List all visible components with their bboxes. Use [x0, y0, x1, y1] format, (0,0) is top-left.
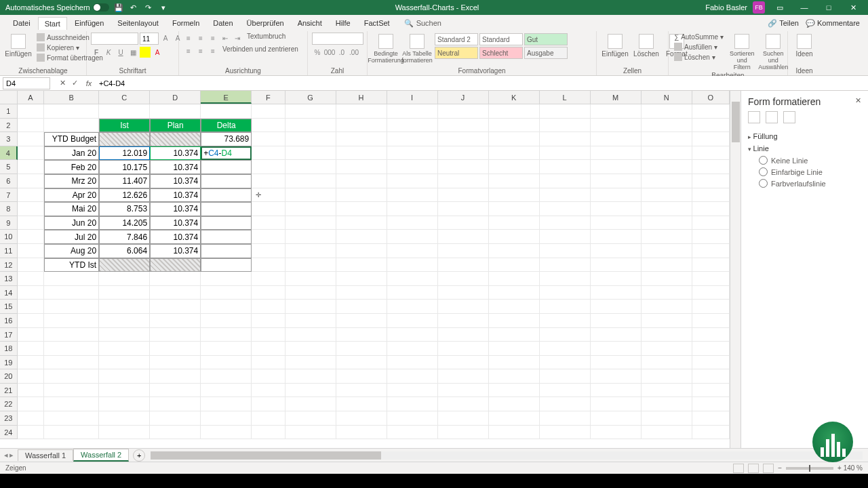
- sheet-nav-prev-icon[interactable]: ◂: [4, 451, 8, 460]
- cell[interactable]: [150, 397, 201, 411]
- cell[interactable]: [438, 384, 489, 398]
- cell[interactable]: Mai 20: [44, 202, 99, 216]
- cell[interactable]: [252, 272, 285, 286]
- zoom-out-icon[interactable]: −: [778, 464, 782, 472]
- style-neutral[interactable]: Neutral: [435, 47, 478, 59]
- cell[interactable]: [489, 202, 540, 216]
- cell[interactable]: [150, 356, 201, 370]
- cell[interactable]: [642, 342, 692, 356]
- cell[interactable]: [18, 132, 45, 146]
- cell[interactable]: [540, 411, 591, 426]
- cell[interactable]: [252, 369, 285, 384]
- sort-filter[interactable]: Sortieren und Filtern: [728, 33, 756, 72]
- row-header[interactable]: 6: [0, 174, 18, 188]
- cell[interactable]: [201, 384, 252, 398]
- cell[interactable]: [591, 160, 642, 174]
- cell[interactable]: [201, 342, 252, 356]
- cell[interactable]: [642, 314, 692, 328]
- zoom-slider[interactable]: [786, 467, 833, 470]
- col-I[interactable]: I: [387, 91, 438, 104]
- comments-button[interactable]: 💬 Kommentare: [806, 19, 860, 28]
- cell[interactable]: [150, 132, 201, 146]
- cell[interactable]: [438, 216, 489, 230]
- row-header[interactable]: 14: [0, 286, 18, 300]
- cell[interactable]: [252, 146, 285, 161]
- tab-ueberpruefen[interactable]: Überprüfen: [241, 17, 290, 29]
- cell[interactable]: [201, 230, 252, 244]
- cell[interactable]: [387, 174, 438, 188]
- cell[interactable]: Plan: [150, 119, 201, 133]
- view-layout-icon[interactable]: [748, 464, 759, 473]
- fill-down[interactable]: Ausfüllen ▾: [673, 42, 725, 52]
- cell[interactable]: [44, 397, 99, 411]
- cell[interactable]: [438, 328, 489, 342]
- cell[interactable]: [692, 119, 730, 133]
- cell[interactable]: [150, 369, 201, 384]
- style-standard2[interactable]: Standard 2: [435, 33, 478, 45]
- cell[interactable]: [18, 272, 45, 286]
- cell[interactable]: [489, 272, 540, 286]
- cell[interactable]: [336, 369, 387, 384]
- cell[interactable]: [336, 411, 387, 426]
- cell[interactable]: [489, 230, 540, 244]
- fx-icon[interactable]: fx: [83, 77, 95, 89]
- cell[interactable]: [489, 356, 540, 370]
- row-header[interactable]: 17: [0, 328, 18, 342]
- cell[interactable]: [150, 342, 201, 356]
- cell[interactable]: [150, 328, 201, 342]
- cell[interactable]: 11.407: [99, 174, 150, 188]
- find-select[interactable]: Suchen und Auswählen: [759, 33, 787, 72]
- cell[interactable]: [692, 384, 730, 398]
- cell[interactable]: [99, 314, 150, 328]
- row-header[interactable]: 2: [0, 119, 18, 133]
- cell[interactable]: [692, 146, 730, 161]
- col-K[interactable]: K: [489, 91, 540, 104]
- cell[interactable]: [18, 286, 45, 300]
- row-header[interactable]: 22: [0, 397, 18, 411]
- cell[interactable]: [642, 258, 692, 272]
- cell[interactable]: [201, 258, 252, 272]
- row-header[interactable]: 24: [0, 426, 18, 440]
- cell[interactable]: [692, 272, 730, 286]
- cell[interactable]: [540, 328, 591, 342]
- cell[interactable]: [692, 174, 730, 188]
- cell[interactable]: [591, 411, 642, 426]
- cell[interactable]: [387, 384, 438, 398]
- formula-input[interactable]: +C4-D4: [95, 79, 868, 87]
- cell[interactable]: [285, 216, 336, 230]
- autosum[interactable]: ∑AutoSumme ▾: [673, 33, 725, 41]
- cell[interactable]: [642, 272, 692, 286]
- cell[interactable]: [642, 384, 692, 398]
- cell[interactable]: [438, 244, 489, 258]
- row-header[interactable]: 8: [0, 202, 18, 216]
- col-D[interactable]: D: [150, 91, 201, 104]
- cell[interactable]: [387, 272, 438, 286]
- tab-ansicht[interactable]: Ansicht: [292, 17, 328, 29]
- cell[interactable]: [489, 216, 540, 230]
- worksheet[interactable]: A B C D E F G H I J K L M N O 12IstPlanD…: [0, 91, 730, 448]
- cell[interactable]: [18, 230, 45, 244]
- cell[interactable]: [285, 146, 336, 161]
- cell[interactable]: [692, 230, 730, 244]
- cell[interactable]: [44, 356, 99, 370]
- cell[interactable]: [489, 397, 540, 411]
- cell[interactable]: [642, 146, 692, 161]
- cell[interactable]: [336, 146, 387, 161]
- cell[interactable]: [150, 314, 201, 328]
- cell[interactable]: [387, 426, 438, 440]
- cell[interactable]: [18, 397, 45, 411]
- cell[interactable]: 10.374: [150, 244, 201, 258]
- cell[interactable]: [438, 272, 489, 286]
- line-gradient[interactable]: Farbverlaufslinie: [748, 178, 861, 189]
- cell[interactable]: [438, 119, 489, 133]
- cell[interactable]: [387, 216, 438, 230]
- cell[interactable]: [201, 104, 252, 119]
- cell[interactable]: [387, 314, 438, 328]
- cell[interactable]: [336, 202, 387, 216]
- maximize-icon[interactable]: □: [819, 0, 838, 15]
- cell[interactable]: [201, 174, 252, 188]
- cell[interactable]: [201, 356, 252, 370]
- cell[interactable]: [438, 314, 489, 328]
- cell[interactable]: [336, 286, 387, 300]
- cell[interactable]: 10.374: [150, 174, 201, 188]
